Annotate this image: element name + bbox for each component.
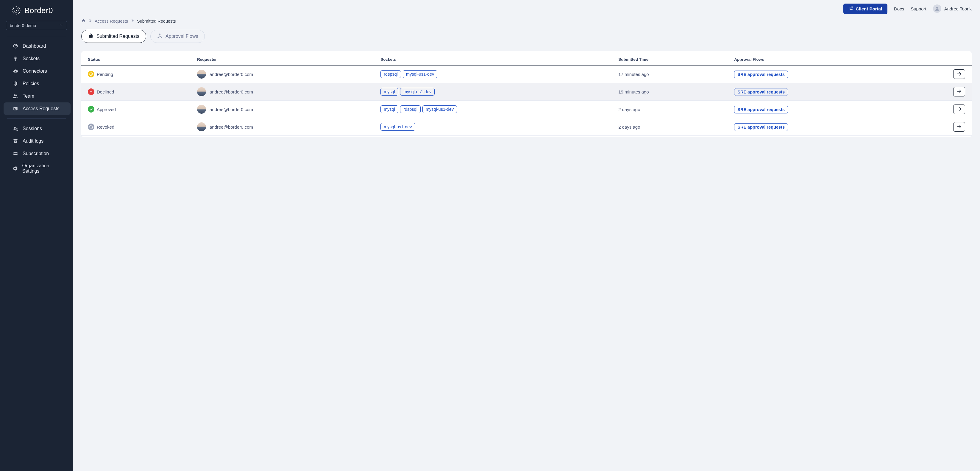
chevron-right-icon: [88, 19, 92, 24]
sidebar-item-sessions[interactable]: Sessions: [3, 123, 70, 135]
sidebar-item-label: Team: [22, 94, 34, 99]
lock-icon: [88, 33, 94, 40]
external-link-icon: [849, 6, 853, 12]
chevron-down-icon: [59, 23, 63, 28]
col-submitted-time: Submitted Time: [612, 54, 727, 65]
approval-flow-chip[interactable]: SRE approval requests: [734, 106, 788, 113]
status-label: Revoked: [97, 124, 114, 129]
socket-chip[interactable]: rdspsql: [380, 70, 401, 78]
sidebar-item-dashboard[interactable]: Dashboard: [3, 40, 70, 53]
main-content: Client Portal Docs Support Andree Toonk: [73, 0, 980, 471]
svg-point-10: [14, 108, 15, 109]
status-label: Declined: [97, 89, 114, 94]
svg-rect-17: [15, 141, 16, 142]
approval-flow-chip[interactable]: SRE approval requests: [734, 123, 788, 131]
breadcrumb-link-access-requests[interactable]: Access Requests: [95, 19, 128, 24]
svg-rect-19: [13, 153, 18, 154]
requester-email: andree@border0.com: [210, 107, 253, 112]
sidebar-item-sockets[interactable]: Sockets: [3, 53, 70, 65]
svg-rect-15: [13, 139, 18, 140]
sidebar-item-team[interactable]: Team: [3, 90, 70, 102]
arrow-right-icon: [956, 71, 962, 77]
sidebar-item-organization-settings[interactable]: Organization Settings: [3, 160, 70, 177]
sidebar-nav-primary: DashboardSocketsConnectorsPoliciesTeamAc…: [0, 39, 73, 116]
tabs: Submitted Requests Approval Flows: [81, 30, 972, 43]
cloud-up-icon: [13, 68, 19, 74]
sidebar-divider: [7, 118, 66, 119]
user-name: Andree Toonk: [944, 6, 972, 11]
tab-submitted-requests[interactable]: Submitted Requests: [81, 30, 146, 43]
socket-chip[interactable]: mysql-us1-dev: [400, 88, 434, 95]
svg-point-4: [19, 9, 20, 10]
sidebar-item-label: Access Requests: [22, 106, 60, 111]
sidebar-item-access-requests[interactable]: Access Requests: [3, 102, 70, 115]
status-approved-icon: [88, 106, 94, 113]
row-open-button[interactable]: [953, 69, 965, 79]
users-icon: [13, 93, 19, 99]
svg-rect-11: [16, 108, 17, 108]
row-open-button[interactable]: [953, 122, 965, 132]
client-portal-label: Client Portal: [856, 6, 882, 11]
row-open-button[interactable]: [953, 105, 965, 114]
svg-point-8: [16, 95, 18, 96]
approval-flow-chip[interactable]: SRE approval requests: [734, 70, 788, 78]
arrow-right-icon: [956, 106, 962, 113]
row-open-button[interactable]: [953, 87, 965, 97]
topbar: Client Portal Docs Support Andree Toonk: [73, 0, 980, 17]
home-icon[interactable]: [81, 19, 86, 24]
arrow-right-icon: [956, 89, 962, 95]
col-actions: [905, 54, 972, 65]
socket-chip[interactable]: mysql-us1-dev: [422, 105, 457, 113]
submitted-time: 19 minutes ago: [612, 83, 727, 101]
submitted-time: 2 days ago: [612, 101, 727, 118]
client-portal-button[interactable]: Client Portal: [843, 3, 888, 14]
sidebar: Border0 border0-demo DashboardSocketsCon…: [0, 0, 73, 471]
requester-avatar: [197, 105, 206, 114]
socket-chip[interactable]: mysql-us1-dev: [380, 123, 415, 131]
socket-chip[interactable]: mysql: [380, 105, 398, 113]
id-icon: [13, 106, 19, 111]
status-declined-icon: [88, 88, 94, 95]
socket-chip[interactable]: mysql: [380, 88, 398, 95]
sidebar-item-label: Subscription: [22, 151, 49, 156]
sidebar-item-connectors[interactable]: Connectors: [3, 65, 70, 77]
status-label: Approved: [97, 107, 116, 112]
svg-point-20: [936, 7, 938, 9]
status-pending-icon: [88, 71, 94, 77]
user-menu[interactable]: Andree Toonk: [933, 5, 972, 13]
gear-icon: [13, 165, 18, 172]
status-label: Pending: [97, 72, 113, 77]
brand-mark-icon: [11, 5, 21, 16]
requester-email: andree@border0.com: [210, 89, 253, 94]
org-selector-value: border0-demo: [10, 23, 36, 28]
brand-logo[interactable]: Border0: [0, 5, 73, 20]
plug-icon: [13, 56, 19, 62]
sidebar-item-label: Sessions: [22, 126, 42, 131]
pie-icon: [13, 43, 19, 49]
tab-approval-flows[interactable]: Approval Flows: [150, 30, 205, 43]
socket-chip[interactable]: mysql-us1-dev: [403, 70, 437, 78]
sidebar-item-audit-logs[interactable]: Audit logs: [3, 135, 70, 147]
approval-flow-chip[interactable]: SRE approval requests: [734, 88, 788, 96]
requests-table-card: Status Requester Sockets Submitted Time …: [81, 51, 972, 137]
sidebar-item-label: Organization Settings: [22, 163, 65, 174]
brand-name: Border0: [24, 6, 53, 15]
docs-link[interactable]: Docs: [894, 6, 904, 11]
svg-point-21: [159, 33, 161, 35]
user-clock-icon: [13, 126, 19, 132]
svg-point-2: [16, 10, 17, 11]
sidebar-item-label: Policies: [22, 81, 39, 86]
svg-point-6: [13, 13, 14, 13]
sidebar-item-subscription[interactable]: Subscription: [3, 147, 70, 160]
socket-chip[interactable]: rdspsql: [400, 105, 421, 113]
org-selector[interactable]: border0-demo: [6, 21, 67, 30]
svg-rect-16: [14, 140, 17, 143]
sidebar-item-label: Sockets: [22, 56, 40, 61]
flow-icon: [157, 33, 162, 40]
sidebar-nav-secondary: SessionsAudit logsSubscriptionOrganizati…: [0, 121, 73, 178]
col-approval-flows: Approval Flows: [727, 54, 905, 65]
support-link[interactable]: Support: [911, 6, 926, 11]
table-row: Approvedandree@border0.commysqlrdspsqlmy…: [81, 101, 972, 118]
sidebar-item-policies[interactable]: Policies: [3, 77, 70, 90]
arrow-right-icon: [956, 124, 962, 130]
